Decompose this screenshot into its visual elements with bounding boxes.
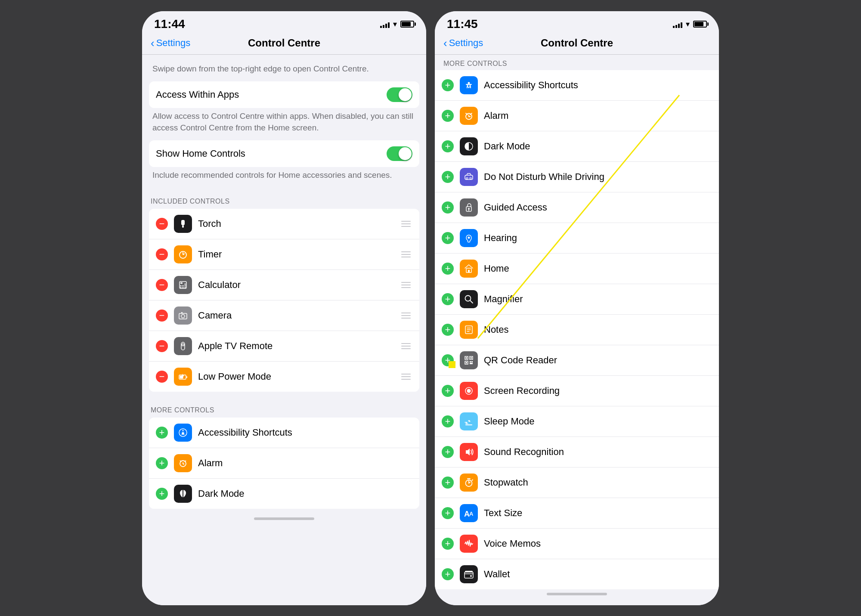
alarm-row-left[interactable]: + Alarm (149, 448, 419, 479)
back-button-left[interactable]: ‹ Settings (151, 37, 190, 49)
stopwatch-row[interactable]: + Stopwatch (435, 467, 719, 498)
text-size-row[interactable]: + AA Text Size (435, 498, 719, 529)
add-sound-recognition-button[interactable]: + (442, 446, 454, 458)
add-darkmode-button-right[interactable]: + (442, 140, 454, 152)
magnifier-label: Magnifier (484, 294, 523, 305)
svg-rect-16 (181, 312, 183, 313)
sleep-mode-row[interactable]: + Sleep Mode (435, 406, 719, 437)
add-sleep-mode-button[interactable]: + (442, 415, 454, 427)
torch-row[interactable]: − Torch (149, 209, 419, 239)
voice-memos-row[interactable]: + Voice Memos (435, 529, 719, 559)
torch-icon (174, 215, 192, 233)
stopwatch-icon (460, 474, 478, 492)
accessibility-row-left[interactable]: + Accessibility Shortcuts (149, 418, 419, 448)
remove-calculator-button[interactable]: − (156, 279, 168, 291)
add-magnifier-button[interactable]: + (442, 293, 454, 305)
add-dnd-driving-button[interactable]: + (442, 171, 454, 183)
more-controls-list: + Accessibility Shortcuts + Alarm (435, 70, 719, 589)
add-home-button[interactable]: + (442, 263, 454, 275)
svg-rect-77 (465, 572, 473, 578)
accessibility-row-right[interactable]: + Accessibility Shortcuts (435, 70, 719, 101)
add-screen-recording-button[interactable]: + (442, 385, 454, 397)
home-row[interactable]: + Home (435, 254, 719, 284)
access-within-apps-info: Allow access to Control Centre within ap… (142, 111, 426, 140)
notes-icon (460, 321, 478, 339)
screen-recording-row[interactable]: + Screen Recording (435, 376, 719, 406)
svg-rect-66 (470, 363, 473, 364)
home-indicator-left (254, 517, 314, 520)
svg-line-27 (183, 433, 184, 435)
battery-icon-left (400, 21, 414, 28)
remove-lowpower-button[interactable]: − (156, 371, 168, 383)
guided-access-icon (460, 198, 478, 217)
camera-drag-handle[interactable] (400, 311, 412, 320)
add-voice-memos-button[interactable]: + (442, 538, 454, 550)
svg-rect-43 (465, 175, 473, 180)
add-qrcode-button[interactable]: + (442, 354, 454, 366)
qrcode-label: QR Code Reader (484, 355, 557, 366)
hearing-label: Hearing (484, 232, 517, 244)
svg-point-78 (470, 575, 472, 577)
add-darkmode-button-left[interactable]: + (156, 488, 168, 500)
access-within-apps-label: Access Within Apps (156, 89, 387, 100)
dnd-driving-icon (460, 168, 478, 186)
text-size-label: Text Size (484, 508, 522, 519)
svg-rect-6 (180, 282, 183, 284)
alarm-icon-right (460, 107, 478, 125)
appletv-drag-handle[interactable] (400, 341, 412, 351)
add-wallet-button[interactable]: + (442, 568, 454, 580)
camera-label: Camera (198, 310, 400, 321)
alarm-row-right[interactable]: + Alarm (435, 101, 719, 131)
svg-point-9 (183, 285, 184, 286)
add-hearing-button[interactable]: + (442, 232, 454, 244)
add-accessibility-button-right[interactable]: + (442, 79, 454, 91)
timer-row[interactable]: − Timer (149, 239, 419, 270)
svg-point-12 (183, 287, 184, 288)
timer-drag-handle[interactable] (400, 250, 412, 259)
back-button-right[interactable]: ‹ Settings (443, 37, 483, 49)
included-controls-group: − Torch − (149, 209, 419, 392)
add-accessibility-button-left[interactable]: + (156, 427, 168, 439)
wallet-icon (460, 565, 478, 583)
darkmode-row-right[interactable]: + Dark Mode (435, 131, 719, 162)
camera-row[interactable]: − Camera (149, 300, 419, 331)
svg-line-31 (180, 461, 181, 462)
camera-icon (174, 306, 192, 325)
add-alarm-button-right[interactable]: + (442, 110, 454, 122)
alarm-label-right: Alarm (484, 110, 508, 121)
svg-point-15 (181, 314, 185, 318)
add-notes-button[interactable]: + (442, 324, 454, 336)
remove-torch-button[interactable]: − (156, 218, 168, 230)
time-left: 11:44 (154, 17, 185, 31)
add-alarm-button-left[interactable]: + (156, 457, 168, 469)
torch-drag-handle[interactable] (400, 219, 412, 229)
remove-timer-button[interactable]: − (156, 248, 168, 260)
show-home-controls-row[interactable]: Show Home Controls (149, 140, 419, 167)
qrcode-row[interactable]: + (435, 345, 719, 376)
signal-icon-left (380, 20, 390, 28)
remove-appletv-button[interactable]: − (156, 340, 168, 352)
calculator-row[interactable]: − Calcu (149, 270, 419, 300)
access-within-apps-toggle[interactable] (387, 87, 412, 102)
wallet-row[interactable]: + Wallet (435, 559, 719, 589)
add-text-size-button[interactable]: + (442, 507, 454, 519)
add-stopwatch-button[interactable]: + (442, 477, 454, 489)
notes-row[interactable]: + Notes (435, 315, 719, 345)
darkmode-row-left[interactable]: + Dark Mode (149, 479, 419, 509)
sound-recognition-row[interactable]: + Sound Recognition (435, 437, 719, 467)
magnifier-icon (460, 290, 478, 308)
calculator-drag-handle[interactable] (400, 280, 412, 290)
remove-camera-button[interactable]: − (156, 310, 168, 322)
qrcode-icon (460, 351, 478, 369)
hearing-row[interactable]: + Hearing (435, 223, 719, 254)
lowpower-row[interactable]: − Low Power Mode (149, 362, 419, 392)
dnd-driving-row[interactable]: + Do Not Disturb While Driving (435, 162, 719, 192)
guided-access-row[interactable]: + Guided Access (435, 192, 719, 223)
access-within-apps-row[interactable]: Access Within Apps (149, 81, 419, 108)
lowpower-drag-handle[interactable] (400, 372, 412, 381)
add-guided-access-button[interactable]: + (442, 201, 454, 214)
show-home-controls-toggle[interactable] (387, 146, 412, 161)
magnifier-row[interactable]: + Magnifier (435, 284, 719, 315)
appletv-row[interactable]: − Apple TV Remote (149, 331, 419, 362)
more-controls-section-right: MORE CONTROLS (435, 55, 719, 70)
